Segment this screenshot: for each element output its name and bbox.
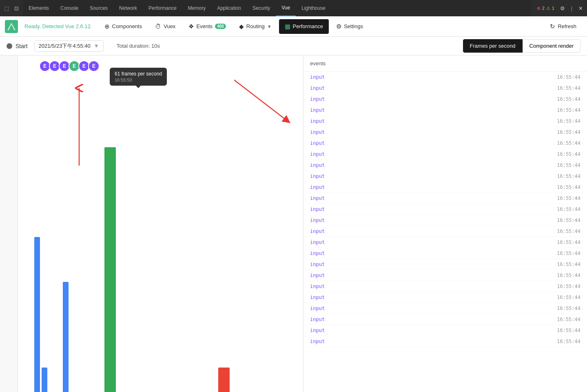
nav-vuex-label: Vuex (164, 23, 175, 29)
devtools-icon-1[interactable]: ⬚ (3, 5, 10, 11)
close-icon[interactable]: ✕ (577, 5, 584, 11)
event-row[interactable]: input 16:55:44 (303, 215, 587, 226)
event-row[interactable]: input 16:55:44 (303, 303, 587, 314)
tab-elements[interactable]: Elements (23, 0, 55, 16)
view-toggle: Frames per second Component render (463, 39, 580, 53)
nav-refresh[interactable]: ↻ Refresh (544, 19, 582, 34)
date-selector[interactable]: 2021/5/23下午4:55:40 ▼ (34, 40, 104, 52)
tab-security[interactable]: Security (247, 0, 276, 16)
event-row[interactable]: input 16:55:44 (303, 292, 587, 303)
event-time: 16:55:44 (557, 339, 580, 344)
events-header-label: events (310, 60, 326, 66)
performance-icon: ▦ (285, 23, 290, 30)
event-name: input (310, 118, 325, 124)
event-row[interactable]: input 16:55:44 (303, 138, 587, 149)
event-time: 16:55:44 (557, 306, 580, 311)
settings-icon[interactable]: ⚙ (559, 5, 566, 11)
nav-events[interactable]: ❖ Events 400 (183, 19, 231, 34)
event-name: input (310, 195, 325, 201)
vue-nav: ⊕ Components ⏱ Vuex ❖ Events 400 ◆ Routi… (99, 19, 583, 34)
nav-performance-label: Performance (293, 23, 323, 29)
event-row[interactable]: input 16:55:44 (303, 204, 587, 215)
event-row[interactable]: input 16:55:44 (303, 325, 587, 336)
event-row[interactable]: input 16:55:44 (303, 182, 587, 193)
event-row[interactable]: input 16:55:44 (303, 336, 587, 347)
event-bubbles: E E E E E E (39, 60, 100, 72)
event-time: 16:55:44 (557, 96, 580, 102)
event-row[interactable]: input 16:55:44 (303, 270, 587, 281)
event-name: input (310, 283, 325, 289)
nav-routing[interactable]: ◆ Routing ▼ (233, 19, 277, 34)
date-dropdown-icon: ▼ (94, 43, 99, 49)
nav-components-label: Components (112, 23, 142, 29)
nav-settings[interactable]: ⚙ Settings (330, 19, 369, 34)
tab-lighthouse[interactable]: Lighthouse (296, 0, 331, 16)
component-render-button[interactable]: Component render (523, 39, 580, 53)
events-panel[interactable]: events input 16:55:44 input 16:55:44 inp… (303, 55, 587, 392)
event-row[interactable]: input 16:55:44 (303, 160, 587, 171)
fps-view-button[interactable]: Frames per second (463, 39, 523, 53)
tab-network[interactable]: Network (113, 0, 143, 16)
event-time: 16:55:44 (557, 261, 580, 267)
event-time: 16:55:44 (557, 217, 580, 223)
start-button[interactable]: Start (7, 43, 28, 49)
events-badge: 400 (215, 24, 226, 29)
event-name: input (310, 184, 325, 190)
vuex-icon: ⏱ (155, 23, 161, 30)
devtools-icon-2[interactable]: ⊡ (13, 5, 20, 11)
tab-console[interactable]: Console (55, 0, 84, 16)
nav-components[interactable]: ⊕ Components (99, 19, 148, 34)
event-row[interactable]: input 16:55:44 (303, 281, 587, 292)
event-row[interactable]: input 16:55:44 (303, 193, 587, 204)
more-icon[interactable]: ⋮ (568, 5, 575, 11)
refresh-icon: ↻ (550, 23, 555, 30)
total-duration: Total duration: 10s (117, 43, 160, 49)
event-row[interactable]: input 16:55:44 (303, 116, 587, 127)
event-name: input (310, 107, 325, 113)
event-row[interactable]: input 16:55:44 (303, 83, 587, 94)
event-name: input (310, 85, 325, 91)
tooltip-time: 16:55:50 (115, 78, 162, 82)
event-row[interactable]: input 16:55:44 (303, 248, 587, 259)
bar-3 (63, 282, 69, 392)
event-row[interactable]: input 16:55:44 (303, 94, 587, 105)
events-icon: ❖ (188, 23, 194, 30)
tab-performance[interactable]: Performance (143, 0, 182, 16)
event-name: input (310, 239, 325, 245)
event-row[interactable]: input 16:55:44 (303, 226, 587, 237)
event-name: input (310, 151, 325, 157)
tab-memory[interactable]: Memory (182, 0, 211, 16)
event-time: 16:55:44 (557, 328, 580, 333)
event-row[interactable]: input 16:55:44 (303, 171, 587, 182)
event-row[interactable]: input 16:55:44 (303, 105, 587, 116)
event-row[interactable]: input 16:55:44 (303, 314, 587, 325)
nav-refresh-label: Refresh (558, 23, 576, 29)
nav-vuex[interactable]: ⏱ Vuex (149, 19, 181, 34)
event-name: input (310, 228, 325, 234)
event-time: 16:55:44 (557, 272, 580, 278)
ready-text: Ready. Detected Vue 2.6.12. (24, 23, 92, 29)
event-time: 16:55:44 (557, 173, 580, 179)
event-row[interactable]: input 16:55:44 (303, 259, 587, 270)
vue-logo (5, 20, 18, 33)
event-time: 16:55:44 (557, 162, 580, 168)
event-time: 16:55:44 (557, 151, 580, 157)
event-name: input (310, 74, 325, 80)
event-row[interactable]: input 16:55:44 (303, 237, 587, 248)
devtools-tabs: Elements Console Sources Network Perform… (23, 0, 531, 16)
settings-gear-icon: ⚙ (336, 23, 341, 30)
event-name: input (310, 261, 325, 267)
event-row[interactable]: input 16:55:44 (303, 127, 587, 138)
event-name: input (310, 173, 325, 179)
tab-vue[interactable]: Vue (276, 0, 296, 16)
browser-toolbar: ⬚ ⊡ Elements Console Sources Network Per… (0, 0, 587, 16)
event-time: 16:55:44 (557, 74, 580, 80)
nav-performance[interactable]: ▦ Performance (279, 19, 329, 34)
event-row[interactable]: input 16:55:44 (303, 149, 587, 160)
tab-sources[interactable]: Sources (84, 0, 113, 16)
event-row[interactable]: input 16:55:44 (303, 72, 587, 83)
tab-application[interactable]: Application (211, 0, 247, 16)
main-content: 单 E E E E E E 61 frames per second 16:55… (0, 55, 587, 392)
event-time: 16:55:44 (557, 107, 580, 113)
vue-header: Ready. Detected Vue 2.6.12. ⊕ Components… (0, 16, 587, 37)
